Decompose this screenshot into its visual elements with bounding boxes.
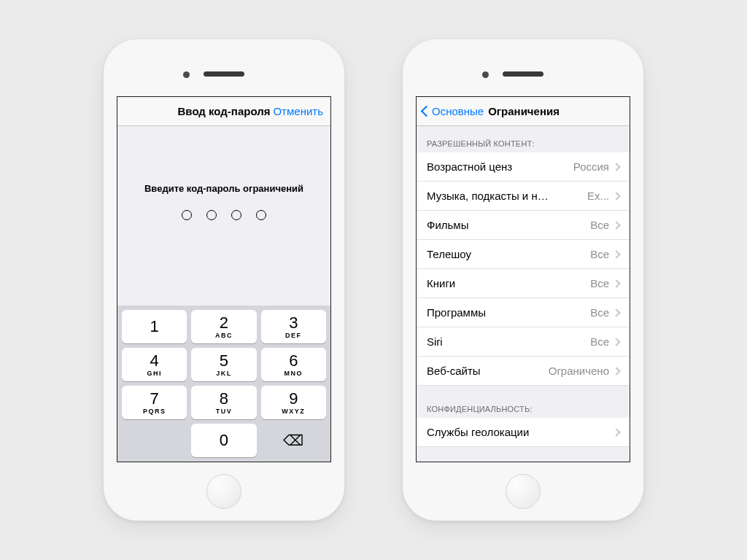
passcode-dot <box>182 210 192 220</box>
passcode-dots <box>182 210 266 220</box>
key-5[interactable]: 5JKL <box>191 348 256 381</box>
row-location-services[interactable]: Службы геолокации <box>417 418 630 447</box>
chevron-right-icon <box>612 221 620 229</box>
row-websites[interactable]: Веб-сайты Ограничено <box>417 357 630 386</box>
cancel-button[interactable]: Отменить <box>273 105 323 117</box>
row-apps[interactable]: Программы Все <box>417 298 630 327</box>
key-8[interactable]: 8TUV <box>191 386 256 419</box>
section-header-allowed-content: Разрешенный контент: <box>417 126 630 152</box>
backspace-icon: ⌫ <box>283 432 303 449</box>
chevron-right-icon <box>612 338 620 346</box>
section-header-privacy: Конфиденциальность: <box>417 386 630 418</box>
row-books[interactable]: Книги Все <box>417 269 630 298</box>
row-age-rating[interactable]: Возрастной ценз Россия <box>417 152 630 182</box>
screen-restrictions: Основные Ограничения Разрешенный контент… <box>416 96 630 462</box>
nav-bar: Ввод код-пароля Отменить <box>117 97 330 126</box>
passcode-prompt: Введите код-пароль ограничений <box>144 183 303 194</box>
chevron-right-icon <box>612 250 620 258</box>
key-6[interactable]: 6MNO <box>261 348 326 381</box>
delete-key[interactable]: ⌫ <box>261 424 326 457</box>
row-siri[interactable]: Siri Все <box>417 327 630 357</box>
chevron-right-icon <box>612 428 620 436</box>
key-9[interactable]: 9WXYZ <box>261 386 326 419</box>
speaker <box>204 71 244 77</box>
numeric-keypad: 1 2ABC 3DEF 4GHI 5JKL 6MNO 7PQRS 8TUV 9W… <box>117 306 330 462</box>
home-button[interactable] <box>206 474 241 509</box>
nav-bar: Основные Ограничения <box>417 97 630 126</box>
row-tv-shows[interactable]: Телешоу Все <box>417 240 630 269</box>
chevron-right-icon <box>612 192 620 200</box>
passcode-dot <box>231 210 241 220</box>
speaker <box>503 71 543 77</box>
nav-title: Ограничения <box>488 105 560 117</box>
screen-passcode: Ввод код-пароля Отменить Введите код-пар… <box>117 96 331 462</box>
key-3[interactable]: 3DEF <box>261 310 326 343</box>
passcode-dot <box>206 210 217 220</box>
phone-left: Ввод код-пароля Отменить Введите код-пар… <box>104 39 344 521</box>
chevron-right-icon <box>612 367 620 375</box>
home-button[interactable] <box>506 474 541 509</box>
chevron-right-icon <box>612 163 620 171</box>
back-label: Основные <box>432 105 484 117</box>
row-movies[interactable]: Фильмы Все <box>417 211 630 240</box>
front-camera <box>183 71 190 78</box>
row-music-podcasts-news[interactable]: Музыка, подкасты и новости Ex... <box>417 182 630 211</box>
chevron-left-icon <box>421 106 433 117</box>
chevron-right-icon <box>612 279 620 287</box>
front-camera <box>482 71 489 78</box>
key-7[interactable]: 7PQRS <box>122 386 187 419</box>
back-button[interactable]: Основные <box>422 105 484 117</box>
phone-right: Основные Ограничения Разрешенный контент… <box>403 39 643 521</box>
key-blank <box>122 424 187 457</box>
settings-body[interactable]: Разрешенный контент: Возрастной ценз Рос… <box>417 126 630 462</box>
key-1[interactable]: 1 <box>122 310 187 343</box>
key-0[interactable]: 0 <box>191 424 256 457</box>
key-2[interactable]: 2ABC <box>191 310 256 343</box>
key-4[interactable]: 4GHI <box>122 348 187 381</box>
passcode-dot <box>256 210 266 220</box>
passcode-body: Введите код-пароль ограничений <box>117 126 330 306</box>
chevron-right-icon <box>612 308 620 316</box>
